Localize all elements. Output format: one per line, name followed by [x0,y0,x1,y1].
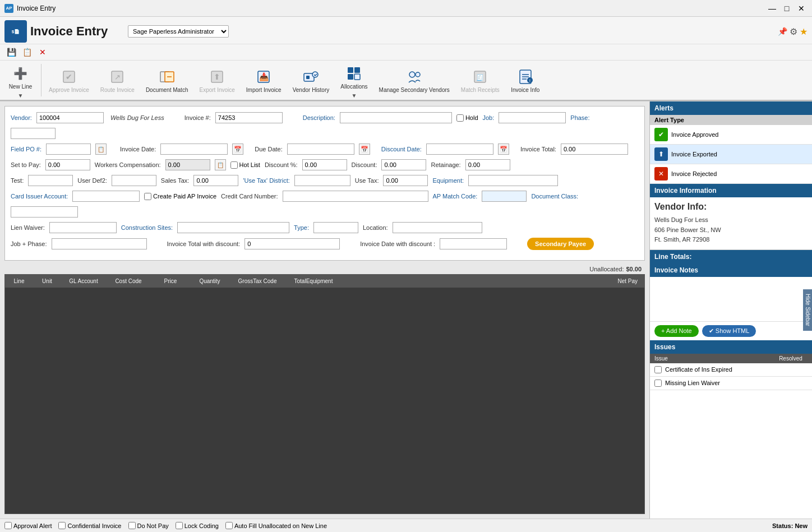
job-input[interactable] [499,112,566,123]
construction-sites-input[interactable] [177,222,289,233]
job-label[interactable]: Job: [483,114,495,121]
description-input[interactable] [340,112,452,123]
import-invoice-button[interactable]: 📥 Import Invoice [241,62,287,99]
vendor-history-icon [302,68,320,86]
lock-coding-label: Lock Coding [184,522,219,529]
approval-alert-checkbox[interactable] [4,522,12,529]
alert-approved[interactable]: ✔ Invoice Approved [650,125,812,145]
due-date-input[interactable] [287,144,354,155]
invoice-total-input[interactable] [561,144,628,155]
pin-icon[interactable]: 📌 [778,27,787,36]
equipment-label[interactable]: Equipment: [432,177,464,184]
grid-header: Line Unit GL Account Cost Code Price Qua… [5,275,644,288]
alert-exported[interactable]: ⬆ Invoice Exported [650,145,812,164]
field-po-input[interactable] [46,144,91,155]
credit-card-input[interactable] [283,191,428,202]
approve-invoice-button[interactable]: ✔ Approve Invoice [44,62,94,99]
hot-list-checkbox[interactable] [230,161,238,169]
use-tax-district-label[interactable]: 'Use Tax' District: [243,177,289,184]
type-input[interactable] [313,222,358,233]
vendor-input[interactable] [36,112,104,123]
alert-exported-icon: ⬆ [654,147,668,161]
new-line-dropdown[interactable]: ▼ [18,92,24,99]
show-html-button[interactable]: ✔ Show HTML [702,325,756,337]
export-invoice-button[interactable]: ⬆ Export Invoice [194,62,239,99]
copy-button[interactable]: 📋 [20,45,34,59]
minimize-button[interactable]: — [766,2,778,15]
type-label[interactable]: Type: [294,224,309,231]
document-class-label[interactable]: Document Class: [531,193,578,200]
job-phase-input[interactable] [52,238,147,249]
invoice-date-calendar[interactable]: 📅 [232,144,243,155]
invoice-total-discount-input[interactable] [244,238,340,249]
description-label[interactable]: Description: [303,114,335,121]
user-def2-input[interactable] [112,175,156,186]
card-issuer-input[interactable] [72,191,140,202]
field-po-copy-btn[interactable]: 📋 [95,144,107,155]
document-class-input[interactable] [11,206,78,218]
invoice-date-input[interactable] [160,144,228,155]
discount-date-calendar[interactable]: 📅 [498,144,509,155]
match-receipts-button[interactable]: 🧾 Match Receipts [456,62,505,99]
test-input[interactable] [28,175,73,186]
invoice-date-discount-input[interactable] [440,238,507,249]
invoice-notes-section: Invoice Notes + Add Note ✔ Show HTML [650,263,812,340]
invoice-info-button[interactable]: i Invoice Info [506,62,545,99]
auto-fill-checkbox[interactable] [225,522,233,529]
workers-comp-copy-btn[interactable]: 📋 [215,159,226,170]
hide-sidebar-button[interactable]: Hide Sidebar [803,289,812,331]
hold-checkbox[interactable] [456,114,464,122]
settings-icon[interactable]: ⚙ [790,26,797,37]
ap-match-code-input[interactable] [482,191,527,202]
construction-sites-label[interactable]: Construction Sites: [121,224,173,231]
vendor-label[interactable]: Vendor: [11,114,32,121]
vendor-history-button[interactable]: Vendor History [288,62,335,99]
issue-missing-lien-checkbox[interactable] [654,380,662,387]
notes-area[interactable] [650,277,812,322]
user-select[interactable]: Sage Paperless Administrator [128,25,229,38]
set-to-pay-input[interactable] [45,159,90,170]
location-label: Location: [363,224,388,231]
secondary-payee-button[interactable]: Secondary Payee [527,238,594,250]
new-line-button[interactable]: ➕ New Line [2,62,39,92]
export-label: Export Invoice [199,87,234,93]
lien-waiver-input[interactable] [49,222,117,233]
location-input[interactable] [393,222,482,233]
discount-date-input[interactable] [426,144,493,155]
lock-coding-checkbox[interactable] [176,522,183,529]
star-icon[interactable]: ★ [800,26,808,37]
field-po-label[interactable]: Field PO #: [11,146,41,152]
discount-date-label[interactable]: Discount Date: [381,146,422,152]
issue-col-header: Issue [654,355,774,362]
allocations-button[interactable]: Allocations [335,62,372,92]
ap-match-code-label[interactable]: AP Match Code: [433,193,478,200]
invoice-num-input[interactable] [215,112,283,123]
card-issuer-label[interactable]: Card Issuer Account: [11,193,68,200]
phase-label[interactable]: Phase: [570,114,589,121]
route-invoice-button[interactable]: ↗ Route Invoice [95,62,140,99]
save-button[interactable]: 💾 [4,45,18,59]
create-paid-ap-checkbox[interactable] [144,193,151,200]
manage-secondary-button[interactable]: Manage Secondary Vendors [374,62,455,99]
phase-input[interactable] [11,128,56,139]
document-match-button[interactable]: Document Match [141,62,193,99]
issue-ins-expired-checkbox[interactable] [654,366,662,373]
use-tax-input[interactable] [383,175,428,186]
do-not-pay-checkbox[interactable] [128,522,136,529]
confidential-invoice-checkbox[interactable] [58,522,66,529]
allocations-dropdown[interactable]: ▼ [351,92,357,99]
app-title: Invoice Entry [30,24,108,39]
add-note-button[interactable]: + Add Note [654,325,699,337]
equipment-input[interactable] [468,175,558,186]
alert-rejected[interactable]: ✕ Invoice Rejected [650,164,812,184]
delete-button[interactable]: ✕ [36,45,49,59]
use-tax-district-input[interactable] [294,175,350,186]
sales-tax-input[interactable] [193,175,238,186]
discount-pct-input[interactable] [302,159,347,170]
maximize-button[interactable]: □ [781,2,793,15]
due-date-calendar[interactable]: 📅 [359,144,370,155]
close-button[interactable]: ✕ [795,2,808,15]
discount-input[interactable] [381,159,426,170]
retainage-input[interactable] [465,159,510,170]
workers-comp-input[interactable] [165,159,210,170]
